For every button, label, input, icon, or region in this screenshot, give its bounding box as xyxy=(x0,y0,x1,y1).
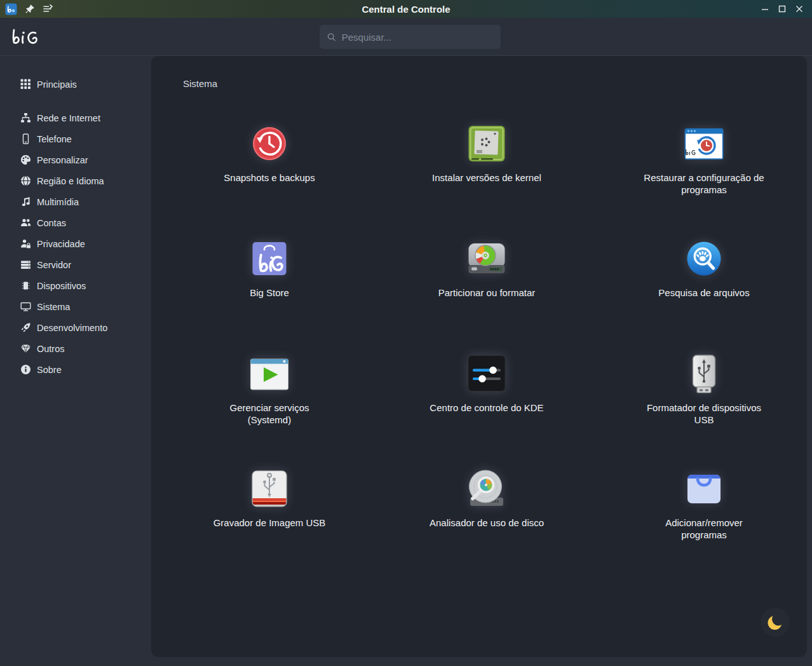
sidebar-item-principais[interactable]: Principais xyxy=(0,74,151,95)
tile-label: Formatador de dispositivos USB xyxy=(647,402,761,426)
rocket-icon xyxy=(20,322,31,333)
disk-usage-icon xyxy=(466,468,507,509)
sidebar-item-label: Desenvolvimento xyxy=(37,323,107,333)
server-icon xyxy=(20,259,31,270)
pin-icon[interactable] xyxy=(25,4,35,14)
users-icon xyxy=(20,217,31,228)
tile-label: Analisador de uso de disco xyxy=(430,517,544,529)
sidebar-item-regiao[interactable]: Região e Idioma xyxy=(0,170,151,191)
gem-icon xyxy=(20,343,31,354)
close-button[interactable] xyxy=(794,4,804,14)
grid-icon xyxy=(20,79,31,90)
sidebar-item-sistema[interactable]: Sistema xyxy=(0,296,151,317)
app-icon xyxy=(5,3,17,15)
file-search-icon xyxy=(684,238,724,279)
tile-adicionar-remover[interactable]: Adicionar/remover programas xyxy=(595,468,807,583)
usb-formatter-icon xyxy=(684,353,724,394)
sidebar-item-label: Principais xyxy=(37,79,77,90)
tile-gravador-imagem-usb[interactable]: Gravador de Imagem USB xyxy=(161,468,378,583)
tile-grid: Snapshots e backups Instalar versões de … xyxy=(151,123,807,583)
music-note-icon xyxy=(20,196,31,207)
sidebar-item-privacidade[interactable]: Privacidade xyxy=(0,233,151,254)
tile-label: Gerenciar serviços (Systemd) xyxy=(229,402,309,426)
panel-toggle-icon[interactable] xyxy=(43,4,53,14)
snapshots-backup-icon xyxy=(249,123,290,164)
sidebar-item-label: Telefone xyxy=(37,134,72,144)
sidebar-item-desenvolvimento[interactable]: Desenvolvimento xyxy=(0,317,151,338)
kde-control-icon xyxy=(466,353,507,394)
tile-formatador-usb[interactable]: Formatador de dispositivos USB xyxy=(595,353,807,468)
theme-toggle-button[interactable] xyxy=(761,608,790,637)
tile-instalar-kernel[interactable]: Instalar versões de kernel xyxy=(378,123,595,238)
tile-kde-control[interactable]: Centro de controle do KDE xyxy=(378,353,595,468)
tile-label: Instalar versões de kernel xyxy=(432,172,541,184)
tile-label: Pesquisa de arquivos xyxy=(658,287,749,299)
content-panel: Sistema Snapshots e backups xyxy=(151,56,807,657)
info-icon xyxy=(20,364,31,375)
sidebar-item-label: Sistema xyxy=(37,302,70,312)
minimize-button[interactable] xyxy=(760,4,770,14)
tile-label: Restaurar a configuração de programas xyxy=(644,172,764,196)
sidebar-item-label: Contas xyxy=(37,218,66,228)
search-input[interactable] xyxy=(342,32,493,43)
systemd-services-icon xyxy=(249,353,290,394)
restore-config-icon xyxy=(684,123,724,164)
tile-label: Centro de controle do KDE xyxy=(430,402,543,414)
tile-label: Snapshots e backups xyxy=(224,172,315,184)
sidebar-item-servidor[interactable]: Servidor xyxy=(0,254,151,275)
tile-snapshots-backups[interactable]: Snapshots e backups xyxy=(161,123,378,238)
window-title: Central de Controle xyxy=(0,4,812,15)
sidebar-item-personalizar[interactable]: Personalizar xyxy=(0,149,151,170)
tile-analisador-disco[interactable]: Analisador de uso de disco xyxy=(378,468,595,583)
search-icon xyxy=(327,32,336,42)
titlebar: Central de Controle xyxy=(0,0,812,18)
monitor-icon xyxy=(20,301,31,312)
kernel-icon xyxy=(466,123,507,164)
sidebar-item-label: Privacidade xyxy=(37,239,85,249)
palette-icon xyxy=(20,154,31,165)
partition-icon xyxy=(466,238,507,279)
moon-icon xyxy=(761,608,790,637)
usb-image-writer-icon xyxy=(249,468,290,509)
sidebar-item-label: Multimídia xyxy=(37,197,79,207)
tile-label: Gravador de Imagem USB xyxy=(213,517,326,529)
tile-particionar[interactable]: Particionar ou formatar xyxy=(378,238,595,353)
sidebar: Principais Rede e Internet Telefone Pers… xyxy=(0,57,151,666)
tile-pesquisa-arquivos[interactable]: Pesquisa de arquivos xyxy=(595,238,807,353)
tile-label: Particionar ou formatar xyxy=(438,287,536,299)
sidebar-item-sobre[interactable]: Sobre xyxy=(0,359,151,380)
chip-icon xyxy=(20,280,31,291)
sidebar-item-dispositivos[interactable]: Dispositivos xyxy=(0,275,151,296)
sidebar-item-label: Dispositivos xyxy=(37,281,86,291)
sidebar-item-label: Servidor xyxy=(37,260,71,270)
big-store-icon xyxy=(249,238,290,279)
tile-big-store[interactable]: Big Store xyxy=(161,238,378,353)
phone-icon xyxy=(20,133,31,144)
sidebar-item-telefone[interactable]: Telefone xyxy=(0,128,151,149)
section-title: Sistema xyxy=(151,56,807,89)
sidebar-item-label: Outros xyxy=(37,344,65,354)
sidebar-item-multimidia[interactable]: Multimídia xyxy=(0,191,151,212)
globe-icon xyxy=(20,175,31,186)
tile-label: Adicionar/remover programas xyxy=(665,517,743,541)
header xyxy=(0,18,812,56)
tile-restaurar-configuracao[interactable]: Restaurar a configuração de programas xyxy=(595,123,807,238)
search-box[interactable] xyxy=(320,25,501,49)
sidebar-item-contas[interactable]: Contas xyxy=(0,212,151,233)
tile-label: Big Store xyxy=(250,287,289,299)
add-remove-programs-icon xyxy=(684,468,724,509)
sidebar-item-label: Personalizar xyxy=(37,155,88,165)
sidebar-item-rede[interactable]: Rede e Internet xyxy=(0,107,151,128)
sidebar-item-outros[interactable]: Outros xyxy=(0,338,151,359)
maximize-button[interactable] xyxy=(777,4,787,14)
tile-gerenciar-servicos[interactable]: Gerenciar serviços (Systemd) xyxy=(161,353,378,468)
sidebar-item-label: Sobre xyxy=(37,365,62,375)
sidebar-item-label: Região e Idioma xyxy=(37,176,104,186)
sidebar-item-label: Rede e Internet xyxy=(37,113,100,123)
big-logo xyxy=(10,28,39,47)
network-icon xyxy=(20,112,31,123)
user-lock-icon xyxy=(20,238,31,249)
